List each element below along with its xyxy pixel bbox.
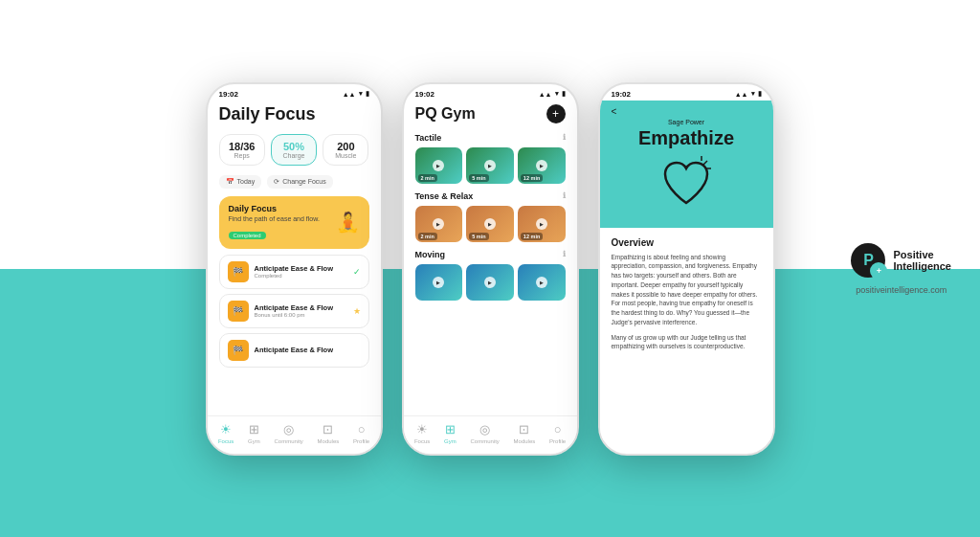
video-moving-1[interactable]: ▶: [415, 264, 463, 301]
nav-community-1[interactable]: ◎ Community: [274, 422, 302, 444]
wifi-icon-2: ▾: [555, 90, 559, 98]
empathize-body: Overview Empathizing is about feeling an…: [600, 228, 773, 441]
section-label-tense: Tense & Relax ℹ: [415, 191, 566, 201]
play-btn-4[interactable]: ▶: [433, 218, 444, 230]
nav-focus-2[interactable]: ☀ Focus: [414, 422, 430, 444]
video-moving-2[interactable]: ▶: [466, 264, 514, 301]
brand-logo: P + Positive Intelligence: [851, 243, 951, 278]
video-tense-2[interactable]: ▶ 5 min: [466, 206, 514, 242]
section-tactile: Tactile ℹ ▶ 2 min ▶ 5 min ▶ 12 min: [415, 133, 566, 184]
stat-charge: 50% Charge: [271, 134, 317, 166]
add-button[interactable]: +: [546, 104, 566, 123]
modules-label-2: Modules: [514, 438, 536, 444]
nav-profile-1[interactable]: ○ Profile: [353, 422, 369, 444]
play-btn-1[interactable]: ▶: [433, 160, 444, 171]
video-tense-duration-3: 12 min: [521, 233, 543, 240]
task-title-1: Anticipate Ease & Flow: [255, 264, 347, 273]
task-card-2[interactable]: 🏁 Anticipate Ease & Flow Bonus until 6:0…: [219, 294, 369, 328]
nav-community-2[interactable]: ◎ Community: [470, 422, 499, 444]
svg-line-0: [703, 161, 707, 165]
profile-nav-label: Profile: [353, 438, 369, 444]
task-sub-2: Bonus until 6:00 pm: [255, 312, 347, 318]
play-btn-2[interactable]: ▶: [484, 160, 496, 171]
video-row-moving: ▶ ▶ ▶: [415, 264, 566, 301]
nav-focus-1[interactable]: ☀ Focus: [218, 422, 234, 444]
info-icon-moving: ℹ: [563, 250, 566, 258]
info-icon-tactile: ℹ: [563, 133, 566, 142]
video-tense-duration-1: 2 min: [418, 233, 437, 240]
video-tactile-3[interactable]: ▶ 12 min: [518, 147, 566, 184]
battery-icon-3: ▮: [758, 90, 762, 98]
phone-daily-focus: 19:02 ▲▲ ▾ ▮ Daily Focus 18/36 Reps 50% …: [206, 82, 383, 456]
play-btn-6[interactable]: ▶: [536, 218, 547, 230]
overview-paragraph-1: Empathizing is about feeling and showing…: [612, 253, 762, 327]
stat-muscle: 200 Muscle: [323, 134, 368, 166]
change-focus-button[interactable]: ⟳ Change Focus: [267, 175, 333, 189]
community-nav-label: Community: [274, 438, 302, 444]
task-info-2: Anticipate Ease & Flow Bonus until 6:00 …: [255, 303, 347, 318]
daily-focus-card[interactable]: Daily Focus Find the path of ease and fl…: [219, 196, 369, 249]
calendar-icon: 📅: [226, 178, 234, 186]
status-icons-2: ▲▲ ▾ ▮: [539, 90, 566, 98]
main-container: 19:02 ▲▲ ▾ ▮ Daily Focus 18/36 Reps 50% …: [0, 0, 980, 537]
play-btn-3[interactable]: ▶: [536, 160, 547, 171]
status-bar-3: 19:02 ▲▲ ▾ ▮: [600, 84, 773, 101]
community-label-2: Community: [470, 438, 499, 444]
heart-icon-svg: [657, 155, 715, 213]
gym-label-2: Gym: [444, 438, 457, 444]
play-btn-5[interactable]: ▶: [484, 218, 496, 230]
info-icon-tense: ℹ: [563, 191, 566, 200]
video-duration-2: 5 min: [469, 174, 488, 182]
task-card-1[interactable]: 🏁 Anticipate Ease & Flow Completed ✓: [219, 255, 369, 289]
phone1-content: Daily Focus 18/36 Reps 50% Charge 200 Mu…: [208, 104, 381, 368]
back-button[interactable]: <: [612, 106, 762, 117]
play-btn-8[interactable]: ▶: [484, 277, 496, 288]
profile-label-2: Profile: [549, 438, 566, 444]
task-icon-2: 🏁: [228, 301, 249, 322]
video-moving-3[interactable]: ▶: [518, 264, 566, 301]
task-star-2: ★: [353, 306, 361, 316]
community-nav-icon-2: ◎: [479, 422, 490, 436]
modules-nav-icon-2: ⊡: [519, 422, 529, 436]
time-1: 19:02: [219, 90, 238, 99]
profile-nav-icon: ○: [358, 422, 366, 436]
brand-area: P + Positive Intelligence positiveintell…: [851, 243, 951, 295]
phone2-header: PQ Gym +: [415, 104, 566, 123]
nav-modules-2[interactable]: ⊡ Modules: [514, 422, 536, 444]
phone2-content: PQ Gym + Tactile ℹ ▶ 2 min ▶ 5 min: [404, 104, 577, 301]
signal-icon: ▲▲: [343, 91, 356, 98]
task-icon-1: 🏁: [228, 261, 249, 282]
battery-icon: ▮: [366, 90, 369, 98]
video-tense-duration-2: 5 min: [469, 233, 488, 240]
gym-nav-icon-2: ⊞: [445, 422, 456, 436]
play-btn-7[interactable]: ▶: [433, 277, 444, 288]
task-card-3[interactable]: 🏁 Anticipate Ease & Flow: [219, 333, 369, 368]
nav-modules-1[interactable]: ⊡ Modules: [318, 422, 340, 444]
video-tactile-2[interactable]: ▶ 5 min: [466, 147, 514, 184]
stats-row: 18/36 Reps 50% Charge 200 Muscle: [219, 134, 369, 166]
wifi-icon-3: ▾: [751, 90, 755, 98]
today-button[interactable]: 📅 Today: [219, 175, 262, 189]
play-btn-9[interactable]: ▶: [536, 277, 547, 288]
focus-label-2: Focus: [414, 438, 430, 444]
video-tense-1[interactable]: ▶ 2 min: [415, 206, 463, 242]
task-sub-1: Completed: [255, 273, 347, 279]
gym-nav-label: Gym: [248, 438, 260, 444]
phone2-nav: ☀ Focus ⊞ Gym ◎ Community ⊡ Modules ○ Pr…: [404, 415, 577, 454]
stat-charge-value: 50%: [283, 141, 304, 152]
task-title-3: Anticipate Ease & Flow: [255, 346, 361, 354]
phone3-content: < Sage Power Empathize Overview Empathiz…: [600, 101, 773, 441]
status-bar-1: 19:02 ▲▲ ▾ ▮: [208, 84, 381, 101]
overview-paragraph-2: Many of us grow up with our Judge tellin…: [612, 333, 762, 352]
nav-gym-2[interactable]: ⊞ Gym: [444, 422, 457, 444]
completed-badge: Completed: [229, 232, 266, 239]
video-tactile-1[interactable]: ▶ 2 min: [415, 147, 463, 184]
nav-gym-1[interactable]: ⊞ Gym: [248, 422, 260, 444]
phone1-nav: ☀ Focus ⊞ Gym ◎ Community ⊡ Modules ○ Pr…: [208, 415, 381, 454]
today-label: Today: [237, 178, 256, 185]
wifi-icon: ▾: [359, 90, 363, 98]
video-row-tense: ▶ 2 min ▶ 5 min ▶ 12 min: [415, 206, 566, 242]
brand-text: Positive Intelligence: [893, 249, 951, 272]
nav-profile-2[interactable]: ○ Profile: [549, 422, 566, 444]
video-tense-3[interactable]: ▶ 12 min: [518, 206, 566, 242]
